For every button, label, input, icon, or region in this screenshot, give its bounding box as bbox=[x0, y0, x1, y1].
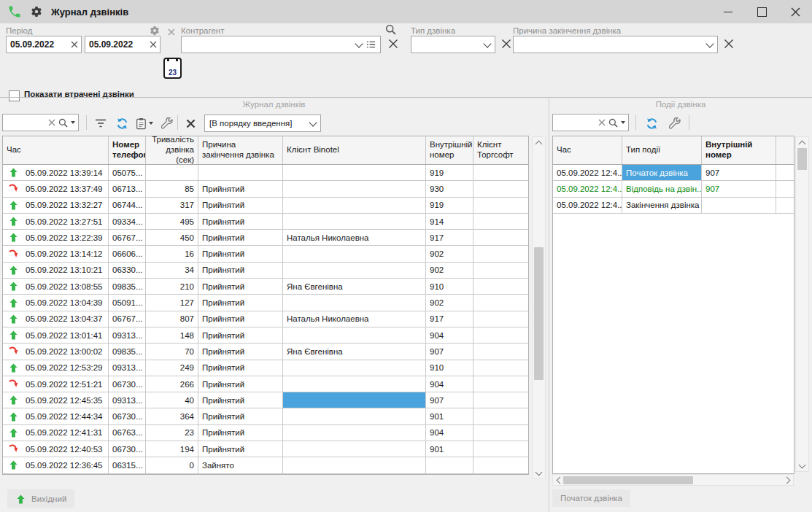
reason-cell[interactable]: Прийнятий bbox=[198, 376, 283, 392]
client-torgsoft-cell[interactable] bbox=[473, 214, 528, 229]
reason-cell[interactable]: Зайнято bbox=[198, 457, 283, 473]
phone-cell[interactable]: 06744... bbox=[109, 198, 146, 213]
chevron-down-icon[interactable] bbox=[705, 39, 714, 47]
search-clear-icon[interactable] bbox=[48, 119, 55, 126]
list-select-icon[interactable] bbox=[366, 40, 376, 49]
call-time-cell[interactable]: 05.09.2022 13:39:14 bbox=[3, 165, 109, 180]
call-time-cell[interactable]: 05.09.2022 13:37:49 bbox=[3, 181, 109, 196]
client-torgsoft-cell[interactable] bbox=[473, 360, 528, 376]
end-reason-combo[interactable] bbox=[513, 36, 718, 53]
client-binotel-cell[interactable]: Наталья Николаевна bbox=[283, 311, 426, 327]
client-binotel-cell[interactable] bbox=[283, 198, 426, 213]
call-time-cell[interactable]: 05.09.2022 13:32:27 bbox=[3, 198, 109, 213]
events-scrollbar-thumb[interactable] bbox=[797, 148, 807, 170]
internal-number-cell[interactable]: 919 bbox=[426, 198, 473, 213]
duration-cell[interactable]: 317 bbox=[146, 198, 198, 213]
reason-cell[interactable]: Прийнятий bbox=[198, 214, 283, 229]
client-binotel-cell[interactable] bbox=[283, 425, 426, 441]
call-time-cell[interactable]: 05.09.2022 13:22:39 bbox=[3, 230, 109, 245]
client-torgsoft-cell[interactable] bbox=[473, 311, 528, 327]
call-time-cell[interactable]: 05.09.2022 13:10:21 bbox=[3, 263, 109, 278]
journal-row[interactable]: 05.09.2022 13:01:4109313...148Прийнятий9… bbox=[3, 327, 528, 344]
date-to-clear-icon[interactable] bbox=[147, 36, 160, 53]
phone-cell[interactable]: 06730... bbox=[109, 376, 146, 392]
journal-search-input[interactable] bbox=[3, 117, 48, 128]
events-service-button[interactable] bbox=[666, 115, 684, 131]
journal-row[interactable]: 05.09.2022 13:14:1206606...16Прийнятий90… bbox=[3, 246, 528, 262]
scroll-right-icon[interactable] bbox=[783, 475, 793, 485]
end-reason-clear-button[interactable] bbox=[722, 37, 735, 50]
events-horizontal-scrollbar[interactable] bbox=[552, 474, 794, 486]
search-icon[interactable] bbox=[608, 118, 618, 128]
duration-cell[interactable]: 450 bbox=[146, 230, 198, 245]
client-torgsoft-cell[interactable] bbox=[473, 441, 528, 457]
phone-cell[interactable]: 06606... bbox=[109, 246, 146, 261]
reason-cell[interactable]: Прийнятий bbox=[198, 198, 283, 213]
journal-row[interactable]: 05.09.2022 12:40:5306730...194Прийнятий9… bbox=[3, 441, 528, 457]
event-row[interactable]: 05.09.2022 12:4...Початок дзвінка907 bbox=[553, 165, 794, 181]
journal-row[interactable]: 05.09.2022 13:22:3906767...450ПрийнятийН… bbox=[3, 230, 528, 246]
client-binotel-cell[interactable] bbox=[283, 441, 426, 457]
client-torgsoft-cell[interactable] bbox=[473, 392, 528, 408]
duration-cell[interactable]: 194 bbox=[146, 441, 198, 457]
duration-cell[interactable]: 807 bbox=[146, 311, 198, 327]
minimize-button[interactable] bbox=[711, 0, 745, 23]
internal-number-cell[interactable]: 901 bbox=[426, 408, 473, 424]
call-time-cell[interactable]: 05.09.2022 12:53:29 bbox=[3, 360, 109, 376]
call-time-cell[interactable]: 05.09.2022 12:40:53 bbox=[3, 441, 109, 457]
clear-selection-button[interactable] bbox=[182, 115, 198, 131]
internal-number-cell[interactable]: 914 bbox=[426, 214, 473, 229]
journal-row[interactable]: 05.09.2022 13:08:5509835...210ПрийнятийЯ… bbox=[3, 279, 528, 295]
event-internal-cell[interactable]: 907 bbox=[702, 165, 776, 180]
search-icon[interactable] bbox=[58, 118, 68, 128]
client-binotel-cell[interactable]: Наталья Николаевна bbox=[283, 230, 426, 245]
reason-cell[interactable] bbox=[198, 165, 283, 180]
client-torgsoft-cell[interactable] bbox=[473, 408, 528, 424]
journal-row[interactable]: 05.09.2022 12:41:3106763...23Прийнятий90… bbox=[3, 425, 528, 441]
internal-number-cell[interactable]: 904 bbox=[426, 327, 473, 343]
service-button[interactable] bbox=[158, 115, 176, 131]
client-binotel-cell[interactable] bbox=[283, 165, 426, 180]
internal-number-cell[interactable]: 904 bbox=[426, 376, 473, 392]
reason-cell[interactable]: Прийнятий bbox=[198, 360, 283, 376]
refresh-button[interactable] bbox=[113, 115, 131, 132]
date-to-field[interactable]: 05.09.2022 bbox=[85, 36, 161, 53]
scroll-up-icon[interactable] bbox=[533, 137, 545, 147]
chevron-down-icon[interactable] bbox=[355, 39, 363, 47]
client-torgsoft-cell[interactable] bbox=[473, 246, 528, 261]
phone-cell[interactable]: 09313... bbox=[109, 392, 146, 408]
internal-number-cell[interactable]: 917 bbox=[426, 230, 473, 245]
journal-row[interactable]: 05.09.2022 13:04:3905091...127Прийнятий9… bbox=[3, 295, 528, 311]
report-button[interactable] bbox=[134, 115, 155, 131]
duration-cell[interactable]: 210 bbox=[146, 279, 198, 294]
duration-cell[interactable]: 495 bbox=[146, 214, 198, 229]
journal-row[interactable]: 05.09.2022 13:37:4906713...85Прийнятий93… bbox=[3, 181, 528, 197]
reason-cell[interactable]: Прийнятий bbox=[198, 246, 283, 261]
sort-order-dropdown[interactable]: [В порядку введення] bbox=[204, 115, 321, 132]
search-options-caret-icon[interactable] bbox=[71, 121, 75, 124]
reason-cell[interactable]: Прийнятий bbox=[198, 392, 283, 408]
client-torgsoft-cell[interactable] bbox=[473, 457, 528, 473]
scroll-down-icon[interactable] bbox=[796, 461, 808, 471]
reason-cell[interactable]: Прийнятий bbox=[198, 344, 283, 359]
event-row[interactable]: 05.09.2022 12:4...Закінчення дзвінка bbox=[553, 198, 794, 214]
column-header-duration[interactable]: Тривалість дзвінка (сек) bbox=[146, 136, 198, 164]
client-torgsoft-cell[interactable] bbox=[473, 263, 528, 278]
scroll-down-icon[interactable] bbox=[533, 468, 545, 478]
reason-cell[interactable]: Прийнятий bbox=[198, 181, 283, 196]
client-binotel-cell[interactable] bbox=[283, 457, 426, 473]
client-torgsoft-cell[interactable] bbox=[473, 376, 528, 392]
duration-cell[interactable]: 70 bbox=[146, 344, 198, 359]
client-torgsoft-cell[interactable] bbox=[473, 165, 528, 180]
call-time-cell[interactable]: 05.09.2022 13:27:51 bbox=[3, 214, 109, 229]
reason-cell[interactable]: Прийнятий bbox=[198, 408, 283, 424]
phone-cell[interactable]: 09313... bbox=[109, 327, 146, 343]
journal-row[interactable]: 05.09.2022 13:00:0209835...70ПрийнятийЯн… bbox=[3, 344, 528, 360]
close-button[interactable] bbox=[778, 0, 812, 23]
journal-row[interactable]: 05.09.2022 13:39:1405075...919 bbox=[3, 165, 528, 181]
journal-row[interactable]: 05.09.2022 12:36:4506315...0Зайнято bbox=[3, 457, 528, 473]
internal-number-cell[interactable]: 917 bbox=[426, 311, 473, 327]
phone-cell[interactable]: 06315... bbox=[109, 457, 146, 473]
phone-cell[interactable]: 09835... bbox=[109, 279, 146, 294]
column-header-reason[interactable]: Причина закінчення дзвінка bbox=[198, 136, 283, 164]
